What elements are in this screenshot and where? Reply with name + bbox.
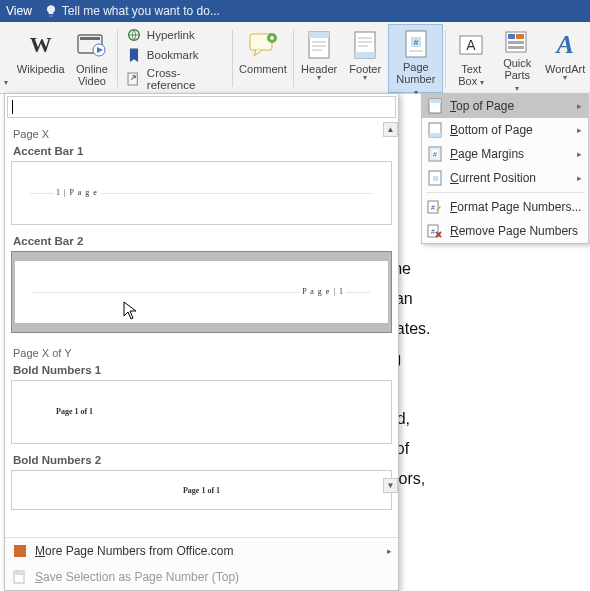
chevron-down-icon: ▾ <box>563 73 567 82</box>
menu-top-of-page[interactable]: Top of Page ▸ <box>422 94 588 118</box>
gallery-item-bold-numbers-1[interactable]: Page 1 of 1 <box>11 380 392 444</box>
menu-format-label: Format Page Numbers... <box>450 200 582 214</box>
menu-margins-label: Page Margins <box>450 147 571 161</box>
menu-page-margins[interactable]: # Page Margins ▸ <box>422 142 588 166</box>
preview-text: Page 1 of 1 <box>181 486 222 495</box>
view-tab[interactable]: View <box>6 4 32 18</box>
text-box-icon: A <box>455 29 487 61</box>
menu-bottom-label: Bottom of Page <box>450 123 571 137</box>
chevron-down-icon: ▾ <box>317 73 321 82</box>
page-number-gallery: Page X Accent Bar 1 1 | P a g e Accent B… <box>4 93 399 591</box>
menu-bottom-of-page[interactable]: Bottom of Page ▸ <box>422 118 588 142</box>
gallery-item-name: Accent Bar 2 <box>9 233 394 251</box>
gallery-item-accent-bar-1[interactable]: 1 | P a g e <box>11 161 392 225</box>
title-bar: View Tell me what you want to do... <box>0 0 590 22</box>
online-video-button[interactable]: OnlineVideo <box>69 24 115 93</box>
gallery-scroll-down[interactable]: ▼ <box>383 478 398 493</box>
svg-rect-21 <box>508 46 524 49</box>
page-number-button[interactable]: # PageNumber ▾ <box>388 24 443 93</box>
links-group: Hyperlink Bookmark Cross-reference <box>120 24 230 93</box>
preview-text: P a g e | 1 <box>300 287 346 296</box>
current-position-icon <box>426 170 444 186</box>
format-page-numbers-icon: # <box>426 199 444 215</box>
menu-separator <box>426 192 584 193</box>
hyperlink-icon <box>126 27 142 43</box>
svg-rect-23 <box>429 99 441 103</box>
page-number-icon: # <box>400 29 432 59</box>
gallery-item-name: Bold Numbers 1 <box>9 362 394 380</box>
gallery-item-bold-numbers-2[interactable]: Page 1 of 1 <box>11 470 392 510</box>
menu-remove-page-numbers[interactable]: # Remove Page Numbers <box>422 219 588 243</box>
ribbon: ▾ W Wikipedia OnlineVideo Hyperlink Book… <box>0 22 590 94</box>
svg-text:#: # <box>433 151 437 158</box>
hyperlink-button[interactable]: Hyperlink <box>124 26 226 44</box>
preview-text: Page 1 of 1 <box>54 407 95 416</box>
svg-text:A: A <box>467 37 477 53</box>
gallery-item-accent-bar-2[interactable]: P a g e | 1 <box>11 251 392 333</box>
page-margins-icon: # <box>426 146 444 162</box>
menu-current-label: Current Position <box>450 171 571 185</box>
header-button[interactable]: Header ▾ <box>296 24 342 93</box>
footer-button[interactable]: Footer ▾ <box>342 24 388 93</box>
top-of-page-icon <box>426 98 444 114</box>
wikipedia-icon: W <box>25 29 57 61</box>
quick-parts-button[interactable]: QuickParts ▾ <box>494 24 540 93</box>
quick-parts-label-2: Parts <box>504 69 530 81</box>
remove-page-numbers-icon: # <box>426 223 444 239</box>
quick-parts-icon <box>501 29 533 55</box>
svg-rect-37 <box>14 571 24 575</box>
tell-me-search[interactable]: Tell me what you want to do... <box>44 4 220 18</box>
svg-rect-9 <box>309 32 329 38</box>
footer-icon <box>349 29 381 61</box>
wikipedia-label: Wikipedia <box>17 63 65 75</box>
more-label: More Page Numbers from Office.com <box>35 544 234 558</box>
ribbon-overflow-left[interactable]: ▾ <box>0 24 12 93</box>
page-number-label-1: Page <box>403 61 429 73</box>
chevron-right-icon: ▸ <box>577 101 582 111</box>
more-from-office-button[interactable]: More Page Numbers from Office.com ▸ <box>5 538 398 564</box>
svg-text:#: # <box>414 38 419 47</box>
text-box-label-1: Text <box>461 63 481 75</box>
quick-parts-label-1: Quick <box>503 57 531 69</box>
gallery-scroll-up[interactable]: ▲ <box>383 122 398 137</box>
online-video-label-1: Online <box>76 63 108 75</box>
comment-label: Comment <box>239 63 287 75</box>
text-box-label-2: Box <box>458 75 477 87</box>
text-box-button[interactable]: A TextBox ▾ <box>448 24 494 93</box>
office-icon <box>11 543 29 559</box>
cross-reference-icon <box>126 71 142 87</box>
mouse-cursor-icon <box>123 301 139 321</box>
save-selection-button: Save Selection as Page Number (Top) <box>5 564 398 590</box>
gallery-group-page-x: Page X <box>9 122 394 143</box>
separator <box>117 30 118 87</box>
comment-button[interactable]: Comment <box>235 24 291 93</box>
menu-remove-label: Remove Page Numbers <box>450 224 582 238</box>
wordart-icon: A <box>549 29 581 61</box>
gallery-search-input[interactable] <box>7 96 396 118</box>
page-number-menu: Top of Page ▸ Bottom of Page ▸ # Page Ma… <box>421 93 589 244</box>
save-selection-icon <box>11 569 29 585</box>
separator <box>293 30 294 87</box>
cross-reference-button[interactable]: Cross-reference <box>124 66 226 92</box>
wikipedia-button[interactable]: W Wikipedia <box>12 24 68 93</box>
svg-text:#: # <box>431 228 435 235</box>
svg-rect-18 <box>508 34 515 39</box>
wordart-button[interactable]: A WordArt ▾ <box>540 24 590 93</box>
svg-rect-20 <box>508 41 524 44</box>
preview-text: 1 | P a g e <box>54 188 100 197</box>
separator <box>445 30 446 87</box>
hyperlink-label: Hyperlink <box>147 29 195 41</box>
svg-rect-25 <box>429 133 441 137</box>
chevron-right-icon: ▸ <box>577 173 582 183</box>
menu-format-page-numbers[interactable]: # Format Page Numbers... <box>422 195 588 219</box>
menu-current-position[interactable]: Current Position ▸ <box>422 166 588 190</box>
svg-rect-35 <box>14 545 26 557</box>
bookmark-icon <box>126 47 142 63</box>
bottom-of-page-icon <box>426 122 444 138</box>
bookmark-label: Bookmark <box>147 49 199 61</box>
svg-rect-1 <box>80 37 100 40</box>
svg-rect-30 <box>433 176 438 181</box>
gallery-item-name: Bold Numbers 2 <box>9 452 394 470</box>
comment-icon <box>247 29 279 61</box>
bookmark-button[interactable]: Bookmark <box>124 46 226 64</box>
